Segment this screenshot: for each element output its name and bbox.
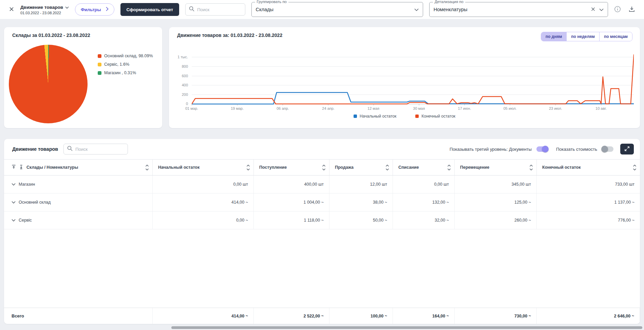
cell-closing-balance: 1 137,00 ~ (537, 193, 640, 211)
fullscreen-icon (624, 146, 630, 152)
fullscreen-button[interactable] (620, 144, 634, 154)
row-expander[interactable]: Сервіс (4, 211, 153, 229)
header-cell-transfer[interactable]: Перемещение (455, 160, 537, 175)
column-label: Склады / Номенклатуры (26, 165, 78, 170)
cell-transfer: 260,00 ~ (455, 211, 537, 229)
pie-legend-item[interactable]: Магазин , 0.31% (98, 70, 153, 75)
y-axis-label: 800 (170, 64, 188, 68)
footer-closing-balance: 2 646,00 ~ (537, 308, 640, 324)
row-expander[interactable]: Магазин (4, 176, 153, 193)
filters-button[interactable]: Фильтры (75, 3, 114, 16)
download-icon (628, 6, 635, 14)
search-icon (67, 146, 73, 152)
clear-icon[interactable] (591, 6, 595, 13)
x-tick-label: 19 мар. (231, 106, 244, 110)
expand-all-icon[interactable] (19, 165, 23, 170)
footer-receipt: 2 522,00 ~ (254, 308, 329, 324)
table-footer-row: Всего 414,00 ~ 2 522,00 ~ 100,00 ~ 164,0… (4, 308, 640, 324)
cell-closing-balance: 776,00 ~ (537, 211, 640, 229)
tick-mark (510, 104, 510, 105)
x-tick-label: 30 мая (413, 106, 425, 110)
x-tick-label: 23 июл. (549, 106, 562, 110)
cell-sale: 38,00 ~ (329, 193, 393, 211)
cell-opening-balance: 414,00 ~ (153, 193, 254, 211)
chevron-down-icon[interactable] (414, 6, 419, 13)
date-range-label: 01.03.2022 - 23.08.2022 (20, 11, 69, 15)
cell-opening-balance: 0,00 шт (153, 176, 254, 193)
third-level-toggle[interactable] (536, 146, 548, 152)
chart-legend-item[interactable]: Конечный остаток (415, 114, 455, 119)
tick-mark (192, 104, 192, 105)
x-tick: 01 мар. (185, 104, 198, 110)
cost-toggle[interactable] (602, 146, 613, 152)
close-button[interactable] (9, 6, 14, 13)
row-expander[interactable]: Основний склад (4, 193, 153, 211)
series-line (192, 55, 634, 104)
pie-legend: Основний склад, 98.09% Сервіс, 1.6% Мага… (98, 54, 153, 75)
report-title-block[interactable]: Движение товаров 01.03.2022 - 23.08.2022 (20, 4, 69, 15)
movement-chart-card: Движение товаров за: 01.03.2022 - 23.08.… (169, 27, 640, 128)
x-axis: 01 мар.19 мар.06 апр.24 апр.12 мая30 мая… (192, 104, 634, 114)
x-tick-label: 06 апр. (277, 106, 289, 110)
warehouses-pie-chart[interactable] (9, 45, 88, 123)
header-cell-closing-balance[interactable]: Конечный остаток (537, 160, 640, 175)
sort-icon[interactable] (244, 165, 250, 170)
x-tick-label: 10 авг. (595, 106, 607, 110)
footer-transfer: 730,00 ~ (455, 308, 537, 324)
detail-by-value: Номенклатуры (434, 7, 468, 12)
header-cell-receipt[interactable]: Поступление (254, 160, 329, 175)
topbar-search-input[interactable] (197, 7, 241, 12)
sort-icon[interactable] (630, 165, 637, 170)
tab-by-months[interactable]: по месяцам (599, 32, 632, 41)
group-by-label: Группировать по (255, 0, 288, 4)
sort-icon[interactable] (319, 165, 326, 170)
chevron-down-icon[interactable] (65, 4, 69, 10)
cell-transfer: 345,00 шт (455, 176, 537, 193)
collapse-all-icon[interactable] (12, 165, 16, 170)
pie-legend-item[interactable]: Основний склад, 98.09% (98, 54, 153, 58)
column-label: Начальный остаток (158, 165, 200, 170)
row-name: Магазин (19, 182, 35, 187)
group-by-select[interactable]: Группировать по Склады (251, 2, 423, 17)
header-cell-opening-balance[interactable]: Начальный остаток (153, 160, 254, 175)
x-tick: 30 мая (413, 104, 425, 110)
detail-by-select[interactable]: Детализация по Номенклатуры (429, 2, 608, 17)
tick-mark (373, 104, 374, 105)
generate-report-button[interactable]: Сформировать отчет (120, 3, 179, 16)
download-button[interactable] (628, 6, 635, 14)
header-cell-warehouses[interactable]: Склады / Номенклатуры (4, 160, 153, 175)
table-search (63, 144, 128, 154)
column-label: Конечный остаток (542, 165, 581, 170)
info-button[interactable] (614, 6, 621, 14)
x-tick: 19 мар. (231, 104, 244, 110)
cell-receipt: 1 118,00 ~ (254, 211, 329, 229)
tab-by-days[interactable]: по дням (541, 32, 567, 41)
sort-icon[interactable] (143, 165, 149, 170)
cost-toggle-label: Показать стоимость (556, 147, 597, 152)
sort-icon[interactable] (383, 165, 389, 170)
x-tick: 24 апр. (322, 104, 335, 110)
column-label: Продажа (335, 165, 354, 170)
cell-sale: 50,00 ~ (329, 211, 393, 229)
tab-by-weeks[interactable]: по неделям (566, 32, 599, 41)
legend-swatch-blue (354, 115, 357, 118)
column-label: Списание (398, 165, 419, 170)
horizontal-scrollbar[interactable] (171, 326, 642, 329)
line-chart-plot-area[interactable] (192, 52, 634, 106)
table-header-row: Склады / Номенклатуры Начальный остаток … (4, 159, 640, 176)
chevron-down-icon[interactable] (599, 6, 604, 13)
chevron-down-icon (12, 182, 16, 187)
pie-legend-item[interactable]: Сервіс, 1.6% (98, 62, 153, 67)
x-tick: 05 июл. (504, 104, 517, 110)
header-cell-sale[interactable]: Продажа (329, 160, 393, 175)
table-title: Движение товаров (12, 146, 58, 152)
legend-label: Начальный остаток (360, 114, 396, 119)
table-search-input[interactable] (75, 147, 119, 152)
toggle-knob (542, 146, 549, 152)
header-cell-writeoff[interactable]: Списание (393, 160, 455, 175)
chart-legend-item[interactable]: Начальный остаток (354, 114, 396, 119)
sort-icon[interactable] (527, 165, 533, 170)
sort-icon[interactable] (444, 165, 451, 170)
warehouses-pie-card: Склады за 01.03.2022 - 23.08.2022 Основн… (4, 27, 162, 128)
tick-mark (555, 104, 556, 105)
